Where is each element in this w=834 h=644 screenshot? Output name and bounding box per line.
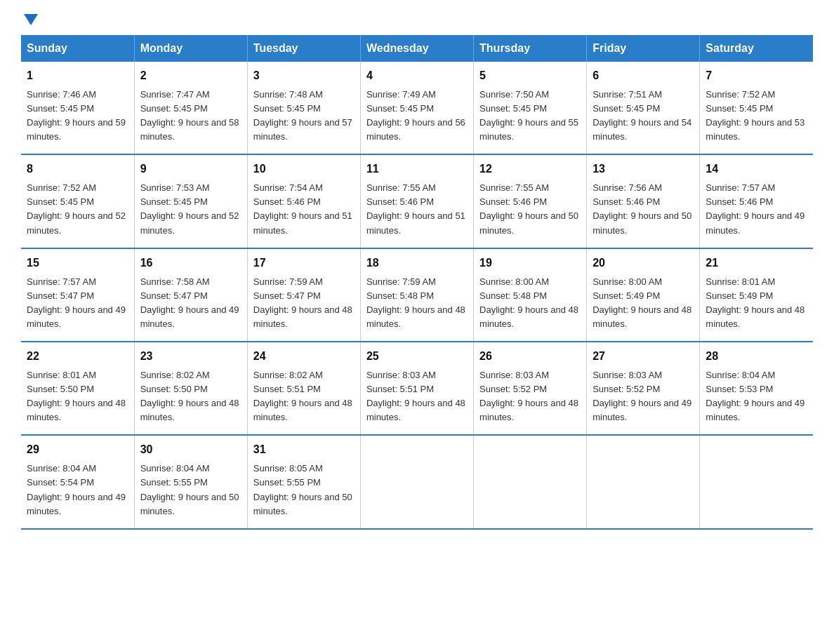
day-info: Sunrise: 8:03 AMSunset: 5:52 PMDaylight:… <box>593 368 694 425</box>
day-cell: 6Sunrise: 7:51 AMSunset: 5:45 PMDaylight… <box>587 62 700 154</box>
day-number: 1 <box>27 67 128 85</box>
day-cell: 2Sunrise: 7:47 AMSunset: 5:45 PMDaylight… <box>134 62 247 154</box>
day-number: 31 <box>253 441 355 459</box>
weekday-header-friday: Friday <box>587 35 700 62</box>
day-number: 2 <box>140 67 241 85</box>
day-cell: 14Sunrise: 7:57 AMSunset: 5:46 PMDayligh… <box>700 154 813 248</box>
day-cell <box>474 435 587 528</box>
day-info: Sunrise: 8:01 AMSunset: 5:50 PMDaylight:… <box>27 368 128 425</box>
calendar-header: SundayMondayTuesdayWednesdayThursdayFrid… <box>21 35 813 62</box>
day-info: Sunrise: 7:52 AMSunset: 5:45 PMDaylight:… <box>27 181 128 238</box>
day-info: Sunrise: 8:03 AMSunset: 5:51 PMDaylight:… <box>366 368 468 425</box>
day-number: 9 <box>140 161 241 178</box>
day-info: Sunrise: 8:02 AMSunset: 5:51 PMDaylight:… <box>253 368 355 425</box>
week-row-3: 15Sunrise: 7:57 AMSunset: 5:47 PMDayligh… <box>21 248 813 342</box>
day-cell: 7Sunrise: 7:52 AMSunset: 5:45 PMDaylight… <box>700 62 813 154</box>
day-info: Sunrise: 7:54 AMSunset: 5:46 PMDaylight:… <box>253 181 355 238</box>
day-number: 17 <box>253 255 355 272</box>
day-info: Sunrise: 8:04 AMSunset: 5:53 PMDaylight:… <box>706 368 807 425</box>
day-info: Sunrise: 7:49 AMSunset: 5:45 PMDaylight:… <box>366 88 468 145</box>
day-cell <box>587 435 700 528</box>
day-info: Sunrise: 7:51 AMSunset: 5:45 PMDaylight:… <box>593 88 694 145</box>
day-info: Sunrise: 7:55 AMSunset: 5:46 PMDaylight:… <box>479 181 581 238</box>
day-number: 21 <box>706 255 807 272</box>
day-cell: 19Sunrise: 8:00 AMSunset: 5:48 PMDayligh… <box>474 248 587 342</box>
day-info: Sunrise: 7:59 AMSunset: 5:47 PMDaylight:… <box>253 275 355 332</box>
day-info: Sunrise: 7:50 AMSunset: 5:45 PMDaylight:… <box>479 88 581 145</box>
weekday-header-row: SundayMondayTuesdayWednesdayThursdayFrid… <box>21 35 813 62</box>
page-header <box>21 14 813 21</box>
day-info: Sunrise: 8:01 AMSunset: 5:49 PMDaylight:… <box>706 275 807 332</box>
day-cell: 5Sunrise: 7:50 AMSunset: 5:45 PMDaylight… <box>474 62 587 154</box>
day-info: Sunrise: 8:05 AMSunset: 5:55 PMDaylight:… <box>253 462 355 518</box>
day-info: Sunrise: 7:52 AMSunset: 5:45 PMDaylight:… <box>706 88 807 145</box>
day-cell: 8Sunrise: 7:52 AMSunset: 5:45 PMDaylight… <box>21 154 134 248</box>
day-number: 29 <box>27 441 128 459</box>
day-cell: 26Sunrise: 8:03 AMSunset: 5:52 PMDayligh… <box>474 342 587 435</box>
day-number: 27 <box>593 348 694 365</box>
day-number: 28 <box>706 348 807 365</box>
weekday-header-wednesday: Wednesday <box>360 35 473 62</box>
day-cell: 21Sunrise: 8:01 AMSunset: 5:49 PMDayligh… <box>700 248 813 342</box>
day-cell: 13Sunrise: 7:56 AMSunset: 5:46 PMDayligh… <box>587 154 700 248</box>
day-number: 30 <box>140 441 241 459</box>
weekday-header-monday: Monday <box>134 35 247 62</box>
logo-triangle-icon <box>24 14 38 25</box>
day-info: Sunrise: 7:57 AMSunset: 5:46 PMDaylight:… <box>706 181 807 238</box>
day-number: 24 <box>253 348 355 365</box>
day-cell: 28Sunrise: 8:04 AMSunset: 5:53 PMDayligh… <box>700 342 813 435</box>
day-number: 16 <box>140 255 241 272</box>
day-cell <box>700 435 813 528</box>
week-row-1: 1Sunrise: 7:46 AMSunset: 5:45 PMDaylight… <box>21 62 813 154</box>
day-cell: 29Sunrise: 8:04 AMSunset: 5:54 PMDayligh… <box>21 435 134 528</box>
day-number: 13 <box>593 161 694 178</box>
day-cell: 31Sunrise: 8:05 AMSunset: 5:55 PMDayligh… <box>247 435 360 528</box>
day-number: 5 <box>479 67 581 85</box>
day-info: Sunrise: 8:04 AMSunset: 5:55 PMDaylight:… <box>140 462 241 518</box>
day-cell: 10Sunrise: 7:54 AMSunset: 5:46 PMDayligh… <box>247 154 360 248</box>
day-info: Sunrise: 8:04 AMSunset: 5:54 PMDaylight:… <box>27 462 128 518</box>
day-info: Sunrise: 7:56 AMSunset: 5:46 PMDaylight:… <box>593 181 694 238</box>
day-number: 8 <box>27 161 128 178</box>
day-cell: 30Sunrise: 8:04 AMSunset: 5:55 PMDayligh… <box>134 435 247 528</box>
day-info: Sunrise: 7:55 AMSunset: 5:46 PMDaylight:… <box>366 181 468 238</box>
day-info: Sunrise: 7:59 AMSunset: 5:48 PMDaylight:… <box>366 275 468 332</box>
week-row-2: 8Sunrise: 7:52 AMSunset: 5:45 PMDaylight… <box>21 154 813 248</box>
day-cell: 15Sunrise: 7:57 AMSunset: 5:47 PMDayligh… <box>21 248 134 342</box>
day-info: Sunrise: 7:48 AMSunset: 5:45 PMDaylight:… <box>253 88 355 145</box>
day-info: Sunrise: 8:03 AMSunset: 5:52 PMDaylight:… <box>479 368 581 425</box>
calendar-table: SundayMondayTuesdayWednesdayThursdayFrid… <box>21 35 813 530</box>
day-info: Sunrise: 7:58 AMSunset: 5:47 PMDaylight:… <box>140 275 241 332</box>
day-number: 12 <box>479 161 581 178</box>
day-number: 4 <box>366 67 468 85</box>
logo <box>21 14 38 21</box>
day-info: Sunrise: 7:47 AMSunset: 5:45 PMDaylight:… <box>140 88 241 145</box>
day-number: 6 <box>593 67 694 85</box>
weekday-header-thursday: Thursday <box>474 35 587 62</box>
day-cell: 22Sunrise: 8:01 AMSunset: 5:50 PMDayligh… <box>21 342 134 435</box>
day-info: Sunrise: 7:57 AMSunset: 5:47 PMDaylight:… <box>27 275 128 332</box>
day-info: Sunrise: 8:02 AMSunset: 5:50 PMDaylight:… <box>140 368 241 425</box>
weekday-header-tuesday: Tuesday <box>247 35 360 62</box>
week-row-4: 22Sunrise: 8:01 AMSunset: 5:50 PMDayligh… <box>21 342 813 435</box>
logo-text <box>21 14 38 24</box>
day-cell: 20Sunrise: 8:00 AMSunset: 5:49 PMDayligh… <box>587 248 700 342</box>
day-cell <box>360 435 473 528</box>
day-number: 14 <box>706 161 807 178</box>
weekday-header-sunday: Sunday <box>21 35 134 62</box>
day-cell: 17Sunrise: 7:59 AMSunset: 5:47 PMDayligh… <box>247 248 360 342</box>
day-number: 20 <box>593 255 694 272</box>
day-number: 25 <box>366 348 468 365</box>
day-number: 11 <box>366 161 468 178</box>
day-number: 18 <box>366 255 468 272</box>
day-cell: 1Sunrise: 7:46 AMSunset: 5:45 PMDaylight… <box>21 62 134 154</box>
day-cell: 24Sunrise: 8:02 AMSunset: 5:51 PMDayligh… <box>247 342 360 435</box>
day-cell: 27Sunrise: 8:03 AMSunset: 5:52 PMDayligh… <box>587 342 700 435</box>
day-cell: 9Sunrise: 7:53 AMSunset: 5:45 PMDaylight… <box>134 154 247 248</box>
calendar-body: 1Sunrise: 7:46 AMSunset: 5:45 PMDaylight… <box>21 62 813 529</box>
day-number: 7 <box>706 67 807 85</box>
day-info: Sunrise: 7:46 AMSunset: 5:45 PMDaylight:… <box>27 88 128 145</box>
day-cell: 12Sunrise: 7:55 AMSunset: 5:46 PMDayligh… <box>474 154 587 248</box>
day-number: 3 <box>253 67 355 85</box>
day-number: 15 <box>27 255 128 272</box>
